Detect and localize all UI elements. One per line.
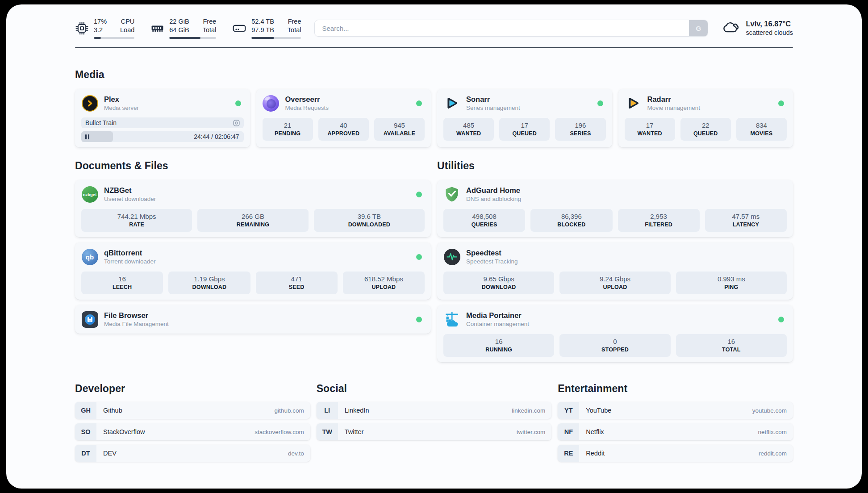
qbittorrent-card[interactable]: qb qBittorrent Torrent downloader 16 LEE…: [75, 242, 431, 300]
bookmark-url: dev.to: [288, 450, 304, 457]
bookmark-url: reddit.com: [759, 450, 787, 457]
cpu-icon: [75, 21, 89, 35]
weather-widget: Lviv, 16.87°C scattered clouds: [722, 19, 793, 38]
qbittorrent-icon: qb: [81, 248, 98, 265]
bookmark-reddit[interactable]: RE Reddit reddit.com: [558, 445, 793, 462]
app-title: Radarr: [647, 95, 701, 104]
speedtest-icon: [443, 248, 460, 265]
speedtest-card[interactable]: Speedtest Speedtest Tracking 9.65 Gbps D…: [437, 242, 793, 300]
app-title: AdGuard Home: [466, 186, 521, 195]
app-title: NZBGet: [104, 186, 156, 195]
stat-filtered: 2,953 FILTERED: [618, 209, 700, 232]
sonarr-card[interactable]: Sonarr Series management 485 WANTED 17 Q…: [437, 89, 612, 147]
nzbget-icon: nzbget: [81, 186, 98, 203]
pause-icon[interactable]: [85, 134, 89, 139]
stat-download: 1.19 Gbps DOWNLOAD: [168, 272, 250, 294]
stat-wanted: 17 WANTED: [625, 118, 675, 141]
stat-ping: 0.993 ms PING: [676, 272, 787, 294]
stat-queries: 498,508 QUERIES: [443, 209, 525, 232]
resource-widgets: 17%3.2 CPULoad: [75, 17, 301, 39]
stat-wanted: 485 WANTED: [443, 118, 494, 141]
stat-remaining: 266 GB REMAINING: [197, 209, 308, 232]
app-title: Speedtest: [466, 249, 518, 257]
stat-queued: 17 QUEUED: [499, 118, 550, 141]
bookmark-dev[interactable]: DT DEV dev.to: [75, 445, 310, 462]
disk-icon: [232, 21, 246, 35]
app-subtitle: DNS and adblocking: [466, 196, 521, 202]
nzbget-card[interactable]: nzbget NZBGet Usenet downloader 744.21 M…: [75, 180, 431, 237]
bookmark-name: StackOverflow: [103, 428, 145, 435]
section-title-documents: Documents & Files: [75, 160, 431, 172]
disk-values: 52.4 TB97.9 TB: [251, 17, 274, 34]
section-title-social: Social: [317, 383, 552, 395]
search-bar: G: [314, 20, 708, 37]
playback-progress: 24:44 / 02:06:47: [81, 131, 244, 142]
dashboard-page: 17%3.2 CPULoad: [6, 4, 862, 489]
status-dot: [416, 254, 422, 260]
now-playing-row: Bullet Train: [81, 117, 244, 128]
overseerr-card[interactable]: Overseerr Media Requests 21 PENDING 40 A…: [256, 89, 431, 147]
status-dot: [416, 192, 422, 197]
bookmark-name: YouTube: [586, 407, 611, 414]
status-dot: [778, 317, 784, 322]
top-bar: 17%3.2 CPULoad: [75, 14, 793, 42]
section-title-utilities: Utilities: [437, 160, 793, 172]
disk-progress-bar: [251, 37, 301, 39]
status-dot: [597, 100, 603, 106]
bookmark-stackoverflow[interactable]: SO StackOverflow stackoverflow.com: [75, 423, 310, 440]
status-dot: [778, 100, 784, 106]
sonarr-icon: [443, 95, 460, 112]
plex-card[interactable]: Plex Media server Bullet Train 24:44 / 0: [75, 89, 250, 147]
bookmark-abbr: YT: [558, 402, 579, 419]
bookmark-twitter[interactable]: TW Twitter twitter.com: [317, 423, 552, 440]
stat-available: 945 AVAILABLE: [374, 118, 425, 141]
search-input[interactable]: [315, 20, 689, 36]
stat-blocked: 86,396 BLOCKED: [530, 209, 612, 232]
app-subtitle: Media File Management: [104, 321, 169, 327]
bookmark-abbr: LI: [317, 402, 338, 419]
bookmark-url: stackoverflow.com: [255, 429, 304, 435]
stat-series: 196 SERIES: [555, 118, 605, 141]
memory-labels: FreeTotal: [203, 17, 217, 34]
portainer-card[interactable]: Media Portainer Container management 16 …: [437, 305, 793, 362]
app-subtitle: Series management: [466, 104, 520, 111]
search-provider-button[interactable]: G: [689, 20, 708, 36]
stat-movies: 834 MOVIES: [736, 118, 787, 141]
radarr-icon: [625, 95, 642, 112]
adguard-card[interactable]: AdGuard Home DNS and adblocking 498,508 …: [437, 180, 793, 237]
bookmark-github[interactable]: GH Github github.com: [75, 402, 310, 419]
app-title: Media Portainer: [466, 311, 529, 320]
bookmark-youtube[interactable]: YT YouTube youtube.com: [558, 402, 793, 419]
bookmark-abbr: GH: [75, 402, 96, 419]
portainer-icon: [443, 311, 460, 328]
plex-icon: [81, 95, 98, 112]
header-divider: [75, 47, 793, 48]
cpu-widget: 17%3.2 CPULoad: [75, 17, 134, 39]
section-title-media: Media: [75, 69, 793, 81]
bookmark-abbr: NF: [558, 423, 579, 440]
stat-pending: 21 PENDING: [263, 118, 313, 141]
bookmark-url: twitter.com: [517, 429, 546, 435]
stat-approved: 40 APPROVED: [318, 118, 369, 141]
status-dot: [235, 100, 241, 106]
stat-queued: 22 QUEUED: [680, 118, 731, 141]
stat-rate: 744.21 Mbps RATE: [81, 209, 192, 232]
radarr-card[interactable]: Radarr Movie management 17 WANTED 22 QUE…: [618, 89, 793, 147]
memory-progress-bar: [169, 37, 216, 39]
cpu-progress-bar: [94, 37, 134, 39]
bookmark-abbr: SO: [75, 423, 96, 440]
cloud-icon: [722, 19, 740, 37]
bookmark-name: LinkedIn: [345, 407, 369, 414]
stat-leech: 16 LEECH: [81, 272, 163, 294]
app-title: Sonarr: [466, 95, 520, 104]
bookmark-linkedin[interactable]: LI LinkedIn linkedin.com: [317, 402, 552, 419]
filebrowser-card[interactable]: File Browser Media File Management: [75, 305, 431, 334]
bookmark-netflix[interactable]: NF Netflix netflix.com: [558, 423, 793, 440]
bookmark-url: github.com: [275, 407, 304, 414]
status-dot: [416, 100, 422, 106]
app-title: Plex: [104, 95, 139, 104]
bookmark-group-developer: Developer GH Github github.com SO StackO…: [75, 383, 310, 462]
section-title-entertainment: Entertainment: [558, 383, 793, 395]
stat-latency: 47.57 ms LATENCY: [705, 209, 787, 232]
bookmark-group-entertainment: Entertainment YT YouTube youtube.com NF …: [558, 383, 793, 462]
